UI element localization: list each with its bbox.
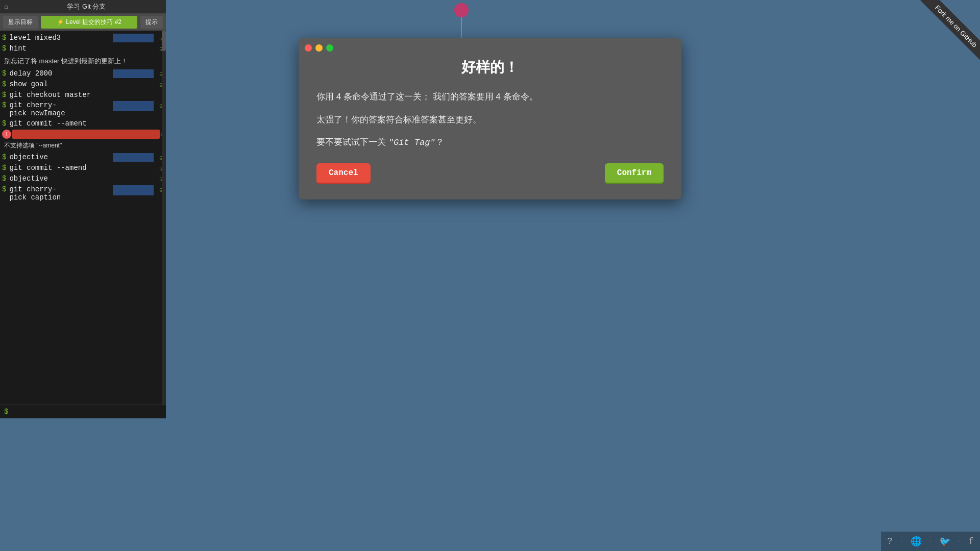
facebook-icon[interactable]: f xyxy=(968,536,974,546)
traffic-light-yellow[interactable] xyxy=(315,44,323,52)
globe-icon[interactable]: 🌐 xyxy=(911,536,922,547)
modal-overlay: 好样的！ 你用 4 条命令通过了这一关； 我们的答案要用 4 条命令。 太强了！… xyxy=(0,0,980,551)
traffic-light-red[interactable] xyxy=(305,44,312,52)
modal-title: 好样的！ xyxy=(316,58,664,77)
help-icon[interactable]: ? xyxy=(887,536,893,546)
modal-body-line2: 太强了！你的答案符合标准答案甚至更好。 xyxy=(316,112,664,128)
body-line3-prefix: 要不要试试下一关 xyxy=(316,137,388,147)
body-line3-suffix: ？ xyxy=(435,137,444,147)
traffic-light-green[interactable] xyxy=(326,44,333,52)
body-line3-italic: "Git Tag" xyxy=(388,138,435,147)
github-ribbon[interactable]: Fork me on GitHub xyxy=(903,0,980,77)
ribbon-link[interactable]: Fork me on GitHub xyxy=(920,0,980,62)
confirm-button[interactable]: Confirm xyxy=(605,163,664,184)
modal-body-line1: 你用 4 条命令通过了这一关； 我们的答案要用 4 条命令。 xyxy=(316,89,664,105)
separator-2: · xyxy=(928,536,934,546)
modal-body: 你用 4 条命令通过了这一关； 我们的答案要用 4 条命令。 太强了！你的答案符… xyxy=(316,89,664,151)
modal-footer: Cancel Confirm xyxy=(316,163,664,184)
bottom-toolbar: ? · 🌐 · 🐦 · f xyxy=(881,532,980,551)
modal-dialog: 好样的！ 你用 4 条命令通过了这一关； 我们的答案要用 4 条命令。 太强了！… xyxy=(299,38,681,199)
twitter-icon[interactable]: 🐦 xyxy=(939,536,950,547)
modal-body-line3: 要不要试试下一关 "Git Tag"？ xyxy=(316,135,664,151)
traffic-lights xyxy=(305,44,333,52)
cancel-button[interactable]: Cancel xyxy=(316,163,371,184)
separator-3: · xyxy=(957,536,962,546)
separator-1: · xyxy=(899,536,904,546)
